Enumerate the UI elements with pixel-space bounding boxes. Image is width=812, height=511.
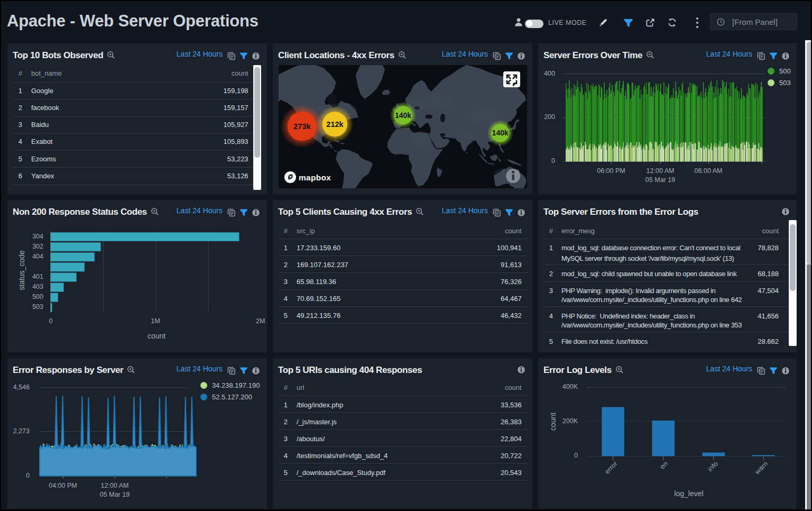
svg-text:212k: 212k xyxy=(326,120,344,129)
svg-text:error: error xyxy=(603,459,619,475)
svg-text:140k: 140k xyxy=(492,129,509,137)
svg-text:140k: 140k xyxy=(395,111,411,120)
svg-text:warn: warn xyxy=(753,460,769,476)
svg-text:en: en xyxy=(658,460,669,471)
svg-text:info: info xyxy=(706,460,719,473)
svg-text:273k: 273k xyxy=(293,122,311,131)
svg-text:mapbox: mapbox xyxy=(299,173,331,182)
